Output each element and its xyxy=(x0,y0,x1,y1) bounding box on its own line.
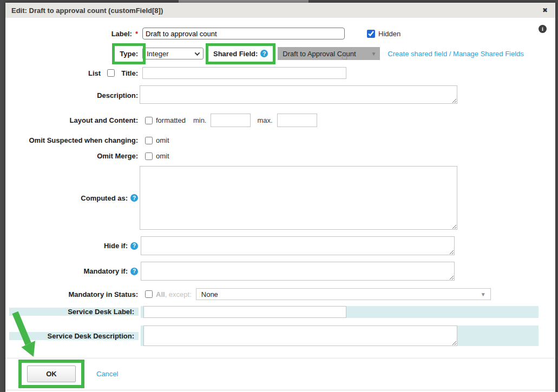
manage-shared-fields-link[interactable]: Manage Shared Fields xyxy=(453,50,524,58)
shared-field-dropdown[interactable]: Draft to Approval Count ▼ ☝ xyxy=(278,47,380,60)
mandatory-if-help-icon[interactable]: ? xyxy=(130,268,138,275)
omit-suspected-checkbox[interactable] xyxy=(145,137,153,144)
hide-if-textarea[interactable] xyxy=(141,236,455,255)
type-label: Type: xyxy=(120,50,138,58)
row-description: Description: xyxy=(5,85,555,104)
computed-as-label: Computed as: ? xyxy=(5,194,142,202)
label-input[interactable] xyxy=(142,28,345,39)
shared-field-links: Create shared field / Manage Shared Fiel… xyxy=(388,50,524,58)
status-dropdown-value: None xyxy=(201,290,218,298)
min-input[interactable] xyxy=(211,114,251,127)
custom-field-form: Label:* Hidden Type: Integer xyxy=(5,18,555,382)
omit-merge-label: Omit Merge: xyxy=(5,152,142,160)
hand-cursor-icon: ☝ xyxy=(342,50,347,62)
hide-if-help-icon[interactable]: ? xyxy=(130,242,138,250)
cancel-link[interactable]: Cancel xyxy=(96,370,118,378)
title-input[interactable] xyxy=(142,67,346,79)
formatted-checkbox-label: formatted xyxy=(156,116,186,124)
all-label: All xyxy=(156,290,165,298)
omit-merge-checkbox-label: omit xyxy=(156,152,169,160)
row-type: Type: Integer Shared Field: ? Draft to A… xyxy=(5,47,555,60)
shared-field-help-icon[interactable]: ? xyxy=(260,50,268,57)
required-asterisk: * xyxy=(135,30,138,38)
info-icon[interactable]: i xyxy=(539,25,547,33)
mandatory-if-label: Mandatory if: ? xyxy=(5,267,142,275)
row-service-desk-label: Service Desk Label: xyxy=(9,302,555,321)
computed-as-help-icon[interactable]: ? xyxy=(130,194,138,202)
label-field-label: Label:* xyxy=(5,30,142,38)
type-label-highlight: Type: xyxy=(112,43,146,64)
shared-field-label-highlight: Shared Field: ? xyxy=(206,43,275,64)
list-label: List xyxy=(88,69,101,77)
hidden-checkbox[interactable] xyxy=(367,30,375,38)
status-dropdown[interactable]: None ▼ xyxy=(196,288,491,300)
omit-merge-checkbox[interactable] xyxy=(145,152,153,160)
dropdown-arrow-icon: ▼ xyxy=(481,291,486,297)
computed-as-textarea[interactable] xyxy=(140,166,457,230)
dialog-footer: OK Cancel xyxy=(5,358,555,382)
mandatory-in-status-label: Mandatory in Status: xyxy=(5,290,142,298)
modal-backdrop: Edit: Draft to approval count (customFie… xyxy=(0,0,558,392)
omit-suspected-checkbox-label: omit xyxy=(156,136,169,144)
list-checkbox[interactable] xyxy=(107,69,115,77)
dropdown-arrow-icon: ▼ xyxy=(371,51,376,57)
description-label: Description: xyxy=(5,90,142,99)
row-label: Label:* Hidden xyxy=(5,28,555,39)
row-layout-content: Layout and Content: formatted min. max. xyxy=(5,114,555,127)
close-icon[interactable]: ✖ xyxy=(542,7,548,14)
formatted-checkbox[interactable] xyxy=(145,117,153,124)
row-mandatory-if: Mandatory if: ? xyxy=(5,262,555,281)
row-list-title: List Title: xyxy=(5,67,555,79)
hide-if-label: Hide if: ? xyxy=(5,242,142,250)
row-service-desk-description: Service Desk Description: xyxy=(9,323,555,348)
dialog-bottom-edge xyxy=(5,390,555,390)
create-shared-field-link[interactable]: Create shared field xyxy=(388,50,447,58)
row-computed-as: Computed as: ? xyxy=(5,166,555,230)
min-label: min. xyxy=(193,116,207,124)
all-except-checkbox[interactable] xyxy=(145,290,153,298)
chevron-down-icon xyxy=(195,50,200,56)
row-mandatory-in-status: Mandatory in Status: All , except: None … xyxy=(5,288,555,300)
ok-button[interactable]: OK xyxy=(27,366,76,382)
annotation-arrow xyxy=(9,309,44,363)
omit-suspected-label: Omit Suspected when changing: xyxy=(5,136,142,144)
type-select[interactable]: Integer xyxy=(142,48,203,59)
description-textarea[interactable] xyxy=(140,85,457,104)
ok-button-highlight: OK xyxy=(18,360,84,388)
service-desk-description-textarea[interactable] xyxy=(143,325,457,346)
row-hide-if: Hide if: ? xyxy=(5,236,555,255)
dialog-titlebar: Edit: Draft to approval count (customFie… xyxy=(5,3,555,18)
mandatory-if-textarea[interactable] xyxy=(141,262,455,281)
type-select-value: Integer xyxy=(147,50,168,58)
service-desk-label-input[interactable] xyxy=(143,306,346,318)
max-input[interactable] xyxy=(277,114,317,127)
edit-custom-field-dialog: Edit: Draft to approval count (customFie… xyxy=(5,3,555,392)
except-label: , except: xyxy=(165,290,192,298)
row-omit-merge: Omit Merge: omit xyxy=(5,152,555,160)
hidden-checkbox-label: Hidden xyxy=(378,30,401,38)
dialog-title: Edit: Draft to approval count (customFie… xyxy=(11,6,163,15)
max-label: max. xyxy=(257,116,272,124)
row-omit-suspected: Omit Suspected when changing: omit xyxy=(5,136,555,144)
shared-field-label: Shared Field: xyxy=(213,50,258,58)
title-label: Title: xyxy=(121,69,138,77)
layout-content-label: Layout and Content: xyxy=(5,116,142,124)
